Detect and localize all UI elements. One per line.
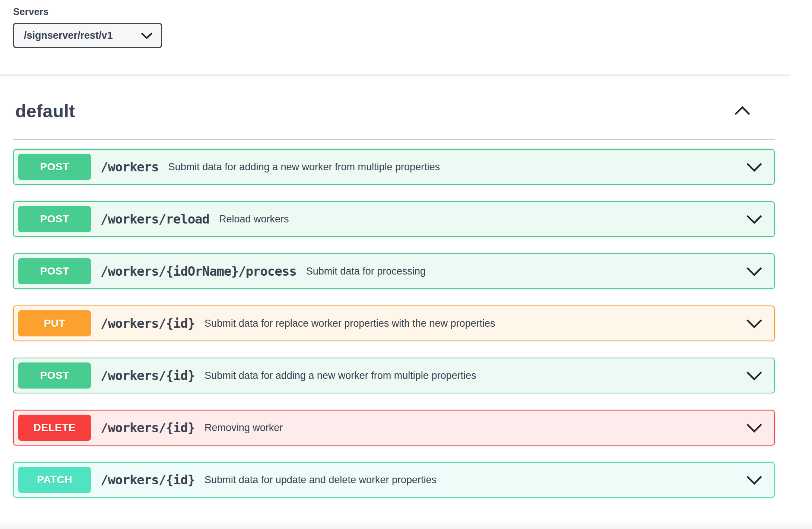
method-badge: DELETE [18, 415, 91, 441]
chevron-down-icon [746, 422, 763, 433]
chevron-up-icon [734, 105, 751, 117]
chevron-down-icon [746, 318, 763, 329]
tag-section-default: default POST /workers Submit data for ad… [13, 94, 775, 514]
operation-row-put-3[interactable]: PUT /workers/{id} Submit data for replac… [13, 305, 775, 341]
operation-summary: Submit data for update and delete worker… [204, 474, 437, 486]
method-badge: POST [18, 362, 91, 389]
operation-path: /workers/{id} [101, 472, 195, 487]
operation-path: /workers/{id} [101, 368, 195, 383]
method-badge: POST [18, 258, 91, 284]
operation-path: /workers/{id} [101, 420, 195, 435]
operation-summary: Reload workers [219, 213, 289, 225]
expand-operation-button[interactable] [744, 266, 764, 277]
expand-operation-button[interactable] [744, 370, 764, 381]
models-section-edge [0, 521, 812, 529]
operation-row-post-4[interactable]: POST /workers/{id} Submit data for addin… [13, 358, 775, 393]
operation-row-delete-5[interactable]: DELETE /workers/{id} Removing worker [13, 410, 775, 446]
servers-section: Servers /signserver/rest/v1 [13, 6, 162, 48]
servers-label: Servers [13, 6, 162, 18]
operation-summary: Submit data for adding a new worker from… [204, 370, 476, 381]
info-section-divider [0, 75, 790, 76]
operation-path: /workers/{idOrName}/process [101, 264, 296, 279]
operation-summary: Removing worker [204, 422, 283, 434]
operation-row-patch-6[interactable]: PATCH /workers/{id} Submit data for upda… [13, 462, 775, 498]
expand-operation-button[interactable] [744, 474, 764, 485]
method-badge: PUT [18, 310, 91, 336]
tag-header-default[interactable]: default [13, 94, 775, 128]
operation-summary: Submit data for processing [306, 266, 426, 277]
chevron-down-icon [746, 161, 763, 172]
tag-title: default [15, 101, 75, 121]
operation-path: /workers/{id} [101, 316, 195, 331]
operation-row-post-1[interactable]: POST /workers/reload Reload workers [13, 201, 775, 237]
method-badge: POST [18, 154, 91, 180]
operation-row-post-0[interactable]: POST /workers Submit data for adding a n… [13, 149, 775, 185]
operations-list: POST /workers Submit data for adding a n… [13, 149, 775, 498]
method-badge: POST [18, 206, 91, 232]
expand-operation-button[interactable] [744, 422, 764, 433]
chevron-down-icon [746, 474, 763, 485]
method-badge: PATCH [18, 467, 91, 493]
server-select-wrap: /signserver/rest/v1 [13, 23, 162, 48]
operation-summary: Submit data for replace worker propertie… [204, 318, 495, 329]
operation-summary: Submit data for adding a new worker from… [168, 161, 440, 173]
operation-path: /workers/reload [101, 212, 209, 227]
collapse-section-button[interactable] [724, 105, 761, 117]
operation-path: /workers [101, 159, 159, 174]
chevron-down-icon [746, 370, 763, 381]
chevron-down-icon [746, 213, 763, 225]
tag-header-divider [13, 139, 775, 140]
expand-operation-button[interactable] [744, 213, 764, 225]
operation-row-post-2[interactable]: POST /workers/{idOrName}/process Submit … [13, 253, 775, 289]
expand-operation-button[interactable] [744, 161, 764, 172]
expand-operation-button[interactable] [744, 318, 764, 329]
chevron-down-icon [746, 266, 763, 277]
server-select[interactable]: /signserver/rest/v1 [13, 23, 162, 48]
